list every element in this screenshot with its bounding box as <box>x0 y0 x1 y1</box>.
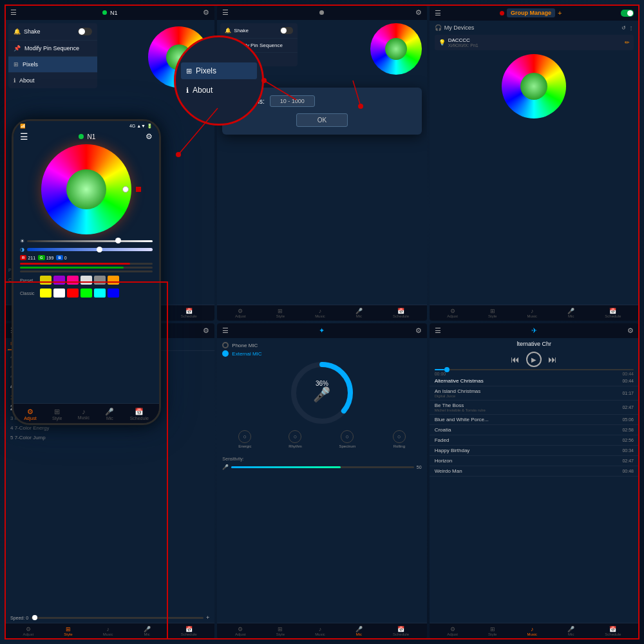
song-porcelain[interactable]: Blue and White Porce... 05:06 <box>430 415 639 425</box>
bnav-sched-bl[interactable]: 📅Schedule <box>181 626 197 636</box>
ss-tl-menu-panel: 🔔 Shake 📌 Modify Pin Sequence ⊞ Pixels <box>8 23 97 88</box>
bnav-music-br[interactable]: ♪Music <box>527 626 537 636</box>
bnav-adjust-tm[interactable]: ⚙Adjust <box>235 308 246 318</box>
bnav-style-bm[interactable]: ⊞Style <box>276 626 285 636</box>
dialog-input[interactable]: 10 - 1000 <box>270 95 315 107</box>
menu-shake-row[interactable]: 🔔 Shake <box>8 23 97 41</box>
song-list: Alternative Christmas 00:44 An Island Ch… <box>430 376 639 623</box>
bnav-mic-bm[interactable]: 🎤Mic <box>355 626 363 636</box>
zoom-pixels-item[interactable]: ⊞ Pixels <box>181 62 257 79</box>
ss-tr-device-row[interactable]: 💡 DAСССС ХИЮХИХ: Рп1 ✏ <box>435 35 634 50</box>
bnav-style-br[interactable]: ⊞Style <box>488 626 497 636</box>
phone-classic-row: Classic <box>14 287 159 299</box>
phone-screen: 📶 4G ▲▼ 🔋 ☰ N1 ⚙ <box>14 121 159 423</box>
ss-tr-header: ☰ Group Manage + <box>430 5 639 21</box>
classic-label: Classic <box>20 291 38 296</box>
bnav-style-tm[interactable]: ⊞Style <box>276 308 285 318</box>
style-7color-jump[interactable]: 5 7-Color Jump <box>5 433 214 442</box>
opt-spectrum[interactable]: ○ Spectrum <box>339 430 355 448</box>
bnav-music-tr[interactable]: ♪Music <box>527 308 537 318</box>
bnav-music-bm[interactable]: ♪Music <box>315 626 325 636</box>
bnav-sched-bm[interactable]: 📅Schedule <box>393 626 409 636</box>
ss-tm-colorwheel <box>370 23 422 75</box>
external-mic-option[interactable]: External MIC <box>222 350 421 357</box>
about-icon: ℹ <box>14 77 15 84</box>
opt-energic[interactable]: ○ Energic <box>238 430 251 448</box>
bnav-adjust-bl[interactable]: ⚙Adjust <box>23 626 34 636</box>
bnav-sched-tr[interactable]: 📅Schedule <box>605 308 621 318</box>
play-button[interactable]: ▶ <box>526 352 542 367</box>
song-faded[interactable]: Faded 02:56 <box>430 435 639 446</box>
phone-bnav-mic[interactable]: 🎤 Mic <box>105 408 114 421</box>
phone-bnav-schedule[interactable]: 📅 Schedule <box>130 408 149 421</box>
menu-pin-row[interactable]: 📌 Modify Pin Sequence <box>8 41 97 57</box>
song-croatia[interactable]: Croatia 02:58 <box>430 425 639 435</box>
bnav-adjust-bm[interactable]: ⚙Adjust <box>235 626 246 636</box>
bnav-style-tr[interactable]: ⊞Style <box>488 308 497 318</box>
ss-tm-status-dot <box>319 10 324 15</box>
bnav-music-tm[interactable]: ♪Music <box>315 308 325 318</box>
phone-bnav-music[interactable]: ♪ Music <box>78 408 90 421</box>
bnav-sched-tm[interactable]: 📅Schedule <box>393 308 409 318</box>
song-horizon[interactable]: Horizon 02:47 <box>430 456 639 466</box>
phone-settings-icon[interactable]: ⚙ <box>146 132 153 141</box>
sensitivity-row: Sensitivity: 🎤 50 <box>217 450 426 472</box>
song-alt-xmas[interactable]: Alternative Christmas 00:44 <box>430 376 639 386</box>
ss-tr-plus-icon[interactable]: + <box>558 9 562 17</box>
preset-label: Preset <box>20 278 38 283</box>
song-weirdo[interactable]: Weirdo Man 00:48 <box>430 466 639 477</box>
bnav-sched-br[interactable]: 📅Schedule <box>605 626 621 636</box>
progress-bar-row: 00:00 00:44 <box>430 369 639 376</box>
opt-rhythm[interactable]: ○ Rhythm <box>289 430 302 448</box>
phone-bnav-style[interactable]: ⊞ Style <box>52 408 62 421</box>
ss-bl-bottomnav: ⚙Adjust ⊞Style ♪Music 🎤Mic 📅Schedule <box>5 623 214 639</box>
bnav-music-bl[interactable]: ♪Music <box>103 626 113 636</box>
ss-tm-bottomnav: ⚙Adjust ⊞Style ♪Music 🎤Mic 📅Schedule <box>217 305 426 321</box>
ss-tl-settings-icon: ⚙ <box>203 8 209 17</box>
bnav-style-bl[interactable]: ⊞Style <box>64 626 72 636</box>
bnav-mic-tr[interactable]: 🎤Mic <box>567 308 574 318</box>
bnav-sched[interactable]: 📅Schedule <box>181 308 197 318</box>
device-edit-icon[interactable]: ✏ <box>625 39 630 46</box>
b-value: 0 <box>64 256 67 260</box>
song-birthday[interactable]: Happy Birthday 00:34 <box>430 446 639 456</box>
ss-tr-status-dot <box>500 11 504 15</box>
bnav-mic-br[interactable]: 🎤Mic <box>567 626 574 636</box>
ss-tr-toggle[interactable] <box>621 10 634 17</box>
pixels-icon: ⊞ <box>14 61 19 68</box>
bnav-mic-bl[interactable]: 🎤Mic <box>144 626 151 636</box>
ss-tl-header: ☰ N1 ⚙ <box>5 5 214 20</box>
prev-button[interactable]: ⏮ <box>511 354 520 365</box>
screenshot-bot-mid: ☰ ✦ ⚙ Phone MIC External MIC 36% 🎤 <box>217 323 426 639</box>
dialog-ok-button[interactable]: OK <box>296 113 348 127</box>
song-boss[interactable]: Be The BossMichel Invisible & Tomás rulr… <box>430 401 639 415</box>
bnav-adjust-tr[interactable]: ⚙Adjust <box>447 308 458 318</box>
ss-tr-title: Group Manage <box>507 8 555 17</box>
next-button[interactable]: ⏭ <box>548 354 557 365</box>
signal-icon: 📶 <box>20 124 26 129</box>
wheel-handle-dot[interactable] <box>122 186 129 193</box>
device-name: DAСССС <box>448 37 622 43</box>
zoom-circle: ⊞ Pixels ℹ About <box>174 35 264 126</box>
pixels-label: Pixels <box>23 61 38 68</box>
phone-bnav-adjust[interactable]: ⚙ Adjust <box>24 408 36 421</box>
ss-bm-bottomnav: ⚙Adjust ⊞Style ♪Music 🎤Mic 📅Schedule <box>217 623 426 639</box>
zoom-pixels-icon: ⊞ <box>186 67 192 75</box>
song-island[interactable]: An Island ChristmasDigital Juice 01:17 <box>430 386 639 401</box>
bnav-adjust-br[interactable]: ⚙Adjust <box>447 626 458 636</box>
screenshot-top-right: ☰ Group Manage + 🎧 My Devices ↺ ⋮ 💡 DAСС… <box>430 5 639 321</box>
menu-about-row[interactable]: ℹ About <box>8 73 97 88</box>
shake-toggle[interactable] <box>78 28 92 35</box>
zoom-about-item[interactable]: ℹ About <box>181 82 257 99</box>
phone-menu-icon[interactable]: ☰ <box>20 131 28 142</box>
bnav-mic-tm[interactable]: 🎤Mic <box>355 308 363 318</box>
opt-rolling[interactable]: ○ Rolling <box>393 430 406 448</box>
phone-preset-row: Preset <box>14 274 159 287</box>
ss-bl-speed: Speed: 0 + <box>5 612 214 623</box>
phone-mic-option[interactable]: Phone MIC <box>222 342 421 348</box>
menu-pixels-row[interactable]: ⊞ Pixels <box>8 57 97 73</box>
device-sub: ХИЮХИХ: Рп1 <box>448 43 622 48</box>
g-value: 199 <box>46 256 54 260</box>
phone-colorwheel[interactable] <box>41 144 131 234</box>
ss-br-center-icon: ✈ <box>531 327 537 335</box>
